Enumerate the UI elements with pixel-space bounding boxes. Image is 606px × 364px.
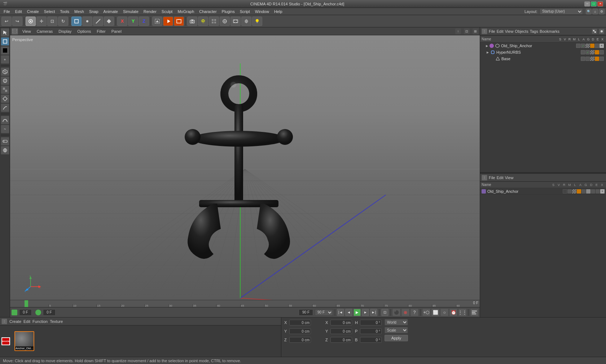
layout-select[interactable]: Startup (User) — [540, 8, 583, 15]
snap-button[interactable] — [220, 17, 230, 26]
viewport-menu-display[interactable]: Display — [57, 29, 73, 34]
om-check-base[interactable] — [585, 57, 590, 61]
panel-icon-1[interactable] — [592, 28, 597, 34]
viewport[interactable]: Perspective — [10, 35, 480, 300]
sidebar-poly-icon[interactable] — [1, 94, 9, 103]
grid-button[interactable] — [209, 17, 219, 26]
sidebar-cube-icon[interactable] — [1, 67, 9, 76]
sidebar-texture-tool[interactable] — [1, 46, 9, 55]
key-icon-2[interactable]: ⊗ — [401, 309, 409, 316]
frame-rate-select[interactable]: 90 F — [315, 309, 333, 316]
coord-system-select[interactable]: World Object — [385, 319, 408, 325]
om-tag-orange-base[interactable] — [595, 57, 599, 61]
prev-frame-button[interactable]: ◄ — [345, 309, 352, 316]
key-icon-circle[interactable]: ○ — [440, 309, 448, 316]
sidebar-deformer-icon[interactable] — [1, 137, 9, 146]
menu-window[interactable]: Window — [253, 9, 271, 14]
rotate-button[interactable]: ↻ — [58, 17, 68, 26]
om-tag-checker-anchor[interactable] — [585, 44, 590, 48]
om-menu-file[interactable]: File — [489, 29, 495, 34]
menu-render[interactable]: Render — [141, 9, 159, 14]
mat-menu-function[interactable]: Function — [32, 319, 48, 324]
home-button[interactable]: ⌂ — [592, 9, 598, 14]
render-region-button[interactable] — [152, 17, 162, 26]
viewport-nav-fit[interactable]: ⊡ — [464, 28, 470, 34]
am-icon-empty1[interactable] — [581, 189, 586, 194]
menu-mograph[interactable]: MoGraph — [175, 9, 196, 14]
key-icon-clock[interactable]: ⏰ — [449, 309, 457, 316]
redo-button[interactable]: ↪ — [12, 17, 22, 26]
render-picture-button[interactable] — [174, 17, 184, 26]
sidebar-sphere-icon[interactable] — [1, 76, 9, 85]
object-mode-button[interactable] — [71, 17, 82, 26]
menu-sculpt[interactable]: Sculpt — [159, 9, 175, 14]
panel-icon-2[interactable] — [599, 28, 605, 34]
om-tag-empty-base[interactable] — [600, 57, 604, 61]
menu-animate[interactable]: Animate — [101, 9, 120, 14]
am-handle[interactable]: ⋮ — [482, 175, 487, 181]
coord-p-input[interactable] — [360, 328, 382, 334]
light-button[interactable] — [198, 17, 208, 26]
live-select-button[interactable] — [26, 17, 36, 26]
am-icon-empty3[interactable] — [596, 189, 600, 194]
am-icon-empty2[interactable] — [591, 189, 595, 194]
om-vis-hypernurbs[interactable] — [581, 50, 585, 54]
coord-z-input[interactable] — [289, 337, 311, 343]
om-tag-x-anchor[interactable]: ✕ — [600, 44, 604, 48]
am-icon-orange[interactable] — [577, 189, 581, 194]
om-menu-bookmarks[interactable]: Bookmarks — [540, 29, 559, 34]
om-row-base[interactable]: ▶ Base — [480, 56, 606, 62]
minimize-button[interactable]: ─ — [584, 1, 590, 6]
apply-button[interactable]: Apply — [385, 335, 408, 341]
coord-y-input[interactable] — [289, 328, 311, 334]
goto-start-button[interactable]: |◄ — [337, 309, 344, 316]
sphere-display-button[interactable] — [241, 17, 251, 26]
move-button[interactable]: ✛ — [36, 17, 47, 26]
viewport-menu-options[interactable]: Options — [76, 29, 92, 34]
key-icon-3[interactable]: ? — [410, 309, 418, 316]
timeline-ruler[interactable]: 0 5 10 15 20 25 30 35 40 45 50 55 60 65 … — [10, 300, 480, 307]
coord-sz-input[interactable] — [330, 337, 352, 343]
key-icon-1[interactable]: ⚫ — [392, 309, 400, 316]
menu-script[interactable]: Script — [238, 9, 252, 14]
om-row-anchor[interactable]: ▶ Old_Ship_Anchor ✓ — [480, 43, 606, 49]
om-tag-checker-base[interactable] — [590, 57, 594, 61]
sidebar-model-tool[interactable] — [1, 37, 9, 46]
coord-x-input[interactable] — [289, 320, 311, 325]
om-check-hypernurbs[interactable]: ✓ — [585, 50, 590, 54]
om-vis-base[interactable] — [581, 57, 585, 61]
viewport-menu-view[interactable]: View — [21, 29, 32, 34]
menu-plugins[interactable]: Plugins — [220, 9, 237, 14]
am-icon-x[interactable]: ✕ — [600, 189, 605, 194]
play-button[interactable]: ▶ — [354, 309, 361, 316]
viewport-nav-view[interactable]: ⊞ — [473, 28, 478, 34]
max-frame-input[interactable] — [299, 309, 313, 316]
goto-end-button[interactable]: ►| — [370, 309, 377, 316]
timeline-start-marker[interactable] — [25, 300, 28, 307]
next-frame-button[interactable]: ► — [362, 309, 369, 316]
am-row-anchor[interactable]: Old_Ship_Anchor ✕ — [480, 188, 606, 195]
settings-button[interactable]: ⚙ — [599, 9, 605, 14]
key-icon-add[interactable]: +⬡ — [422, 309, 430, 316]
lamp-button[interactable] — [252, 17, 262, 26]
menu-snap[interactable]: Snap — [87, 9, 101, 14]
om-menu-tags[interactable]: Tags — [530, 29, 538, 34]
sidebar-checker-icon[interactable] — [1, 85, 9, 94]
om-check-anchor[interactable]: ✓ — [581, 44, 585, 48]
sidebar-select-tool[interactable] — [1, 28, 9, 37]
menu-file[interactable]: File — [1, 9, 12, 14]
am-icon-checker[interactable] — [572, 189, 576, 194]
key-icon-dots[interactable]: ⋮⋮ — [458, 309, 466, 316]
am-menu-file[interactable]: File — [489, 176, 495, 180]
record-button[interactable]: ⊡ — [381, 309, 388, 316]
am-icon-grey[interactable] — [586, 189, 590, 194]
menu-character[interactable]: Character — [197, 9, 219, 14]
om-tag-orange-anchor[interactable] — [590, 44, 594, 48]
om-vis-anchor[interactable] — [576, 44, 580, 48]
sidebar-axis-tool[interactable]: + — [1, 55, 9, 64]
mat-menu-edit[interactable]: Edit — [23, 319, 30, 324]
panel-handle[interactable]: ⋮ — [482, 28, 487, 34]
film-button[interactable] — [230, 17, 241, 26]
coord-h-input[interactable] — [360, 320, 382, 325]
sidebar-effector-icon[interactable] — [1, 146, 9, 155]
